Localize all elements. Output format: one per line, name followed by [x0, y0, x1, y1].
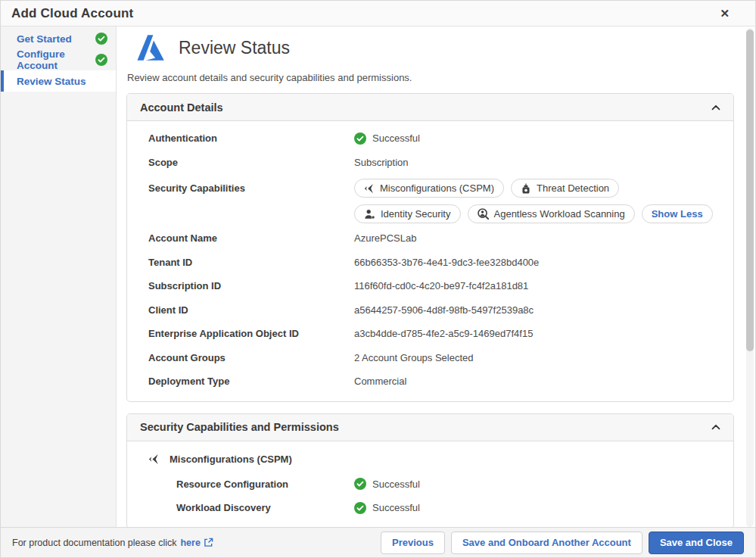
badge-label: Identity Security	[381, 208, 451, 220]
wizard-steps-sidebar: Get Started Configure Account Review Sta…	[1, 26, 117, 528]
badge-label: Agentless Workload Scanning	[494, 208, 625, 220]
sidebar-item-label: Review Status	[17, 76, 86, 87]
dialog-title: Add Cloud Account	[11, 6, 133, 21]
check-value: Successful	[372, 502, 420, 513]
agentless-workload-scanning-icon	[478, 208, 489, 220]
client-id-row: Client ID a5644257-5906-4d8f-98fb-5497f2…	[127, 298, 733, 323]
identity-security-icon	[364, 209, 375, 220]
external-link-icon	[204, 538, 213, 547]
vertical-scrollbar[interactable]	[746, 28, 754, 527]
add-cloud-account-dialog: Add Cloud Account ✕ Get Started Configur…	[0, 0, 756, 558]
review-status-panel: Review Status Review account details and…	[117, 26, 755, 528]
threat-detection-icon	[521, 183, 531, 194]
misconfigurations-icon	[364, 183, 375, 194]
field-value: 2 Account Groups Selected	[354, 352, 474, 363]
azure-logo-icon	[135, 34, 166, 61]
page-title: Review Status	[179, 38, 290, 58]
capability-badge-threat-detection: Threat Detection	[511, 179, 619, 198]
sidebar-item-label: Configure Account	[17, 48, 95, 71]
account-name-row: Account Name AzurePCSLab	[127, 226, 733, 251]
save-and-close-button[interactable]: Save and Close	[649, 532, 744, 554]
success-check-icon	[354, 132, 366, 145]
doc-link-label: here	[180, 538, 200, 548]
tenant-id-row: Tenant ID 66b66353-3b76-4e41-9dc3-fee328…	[127, 251, 733, 275]
badge-label: Threat Detection	[537, 182, 609, 194]
field-label: Client ID	[148, 304, 354, 316]
chevron-up-icon[interactable]	[711, 104, 720, 111]
step-complete-check-icon	[95, 54, 107, 66]
field-value: 66b66353-3b76-4e41-9dc3-fee328bd400e	[354, 257, 539, 268]
account-details-header[interactable]: Account Details	[127, 94, 733, 121]
dialog-footer: For product documentation please click h…	[1, 527, 755, 557]
field-label: Authentication	[148, 132, 354, 144]
security-permissions-header[interactable]: Security Capabilities and Permissions	[127, 414, 733, 441]
section-title: Account Details	[140, 101, 223, 114]
misconfigurations-icon	[148, 454, 160, 465]
close-icon[interactable]: ✕	[717, 6, 733, 20]
documentation-link[interactable]: here	[180, 538, 213, 548]
field-value: a5644257-5906-4d8f-98fb-5497f2539a8c	[354, 304, 534, 316]
field-value: 116f60fd-cd0c-4c20-be97-fc4f2a181d81	[354, 280, 528, 291]
save-and-onboard-another-account-button[interactable]: Save and Onboard Another Account	[451, 532, 642, 554]
field-label: Account Name	[148, 232, 354, 244]
deployment-type-row: Deployment Type Commercial	[127, 369, 733, 394]
step-complete-check-icon	[95, 33, 107, 45]
field-value: AzurePCSLab	[354, 232, 416, 244]
show-less-toggle[interactable]: Show Less	[642, 204, 713, 223]
security-capabilities-row: Security Capabilities Misconfigurations …	[127, 174, 733, 226]
success-check-icon	[354, 502, 366, 514]
field-label: Security Capabilities	[148, 179, 354, 194]
sidebar-item-get-started[interactable]: Get Started	[1, 28, 116, 49]
capability-badge-identity-security: Identity Security	[354, 204, 461, 223]
workload-discovery-row: Workload Discovery Successful	[127, 496, 733, 520]
security-capabilities-permissions-section: Security Capabilities and Permissions Mi…	[126, 413, 734, 528]
sidebar-item-review-status[interactable]: Review Status	[1, 70, 116, 92]
chevron-up-icon[interactable]	[711, 424, 720, 430]
field-value: Commercial	[354, 376, 406, 387]
field-value: a3cb4dde-d785-4fe2-a5c9-1469ed7f4f15	[354, 328, 533, 339]
toggle-label: Show Less	[652, 208, 703, 220]
previous-button[interactable]: Previous	[381, 532, 445, 554]
page-subtitle: Review account details and security capa…	[126, 72, 734, 83]
field-label: Scope	[148, 157, 354, 168]
success-check-icon	[354, 478, 366, 490]
misconfigurations-group-row: Misconfigurations (CSPM)	[127, 447, 733, 472]
subscription-id-row: Subscription ID 116f60fd-cd0c-4c20-be97-…	[127, 274, 733, 298]
check-label: Workload Discovery	[176, 502, 354, 513]
field-label: Subscription ID	[148, 280, 354, 291]
account-groups-row: Account Groups 2 Account Groups Selected	[127, 346, 733, 370]
check-label: Resource Configuration	[176, 479, 354, 490]
sidebar-item-label: Get Started	[17, 33, 72, 45]
field-label: Enterprise Application Object ID	[148, 328, 354, 339]
field-value: Subscription	[354, 157, 409, 168]
group-title: Misconfigurations (CSPM)	[170, 454, 292, 465]
scope-row: Scope Subscription	[127, 151, 733, 175]
doc-note-text: For product documentation please click	[12, 538, 176, 548]
badge-label: Misconfigurations (CSPM)	[380, 182, 494, 194]
account-details-section: Account Details Authentication Successfu…	[126, 93, 734, 402]
dialog-titlebar: Add Cloud Account ✕	[1, 1, 755, 26]
scrollbar-thumb[interactable]	[746, 30, 754, 351]
section-title: Security Capabilities and Permissions	[140, 421, 339, 433]
enterprise-application-object-id-row: Enterprise Application Object ID a3cb4dd…	[127, 322, 733, 346]
sidebar-item-configure-account[interactable]: Configure Account	[1, 49, 116, 70]
authentication-row: Authentication Successful	[127, 126, 733, 151]
field-label: Tenant ID	[148, 257, 354, 268]
field-label: Account Groups	[148, 352, 354, 363]
capability-badge-misconfigurations: Misconfigurations (CSPM)	[354, 179, 504, 198]
resource-configuration-row: Resource Configuration Successful	[127, 472, 733, 497]
documentation-note: For product documentation please click h…	[12, 538, 213, 548]
field-label: Deployment Type	[148, 376, 354, 387]
check-value: Successful	[372, 479, 420, 490]
field-value: Successful	[372, 132, 420, 144]
capability-badge-agentless-workload-scanning: Agentless Workload Scanning	[468, 204, 635, 223]
